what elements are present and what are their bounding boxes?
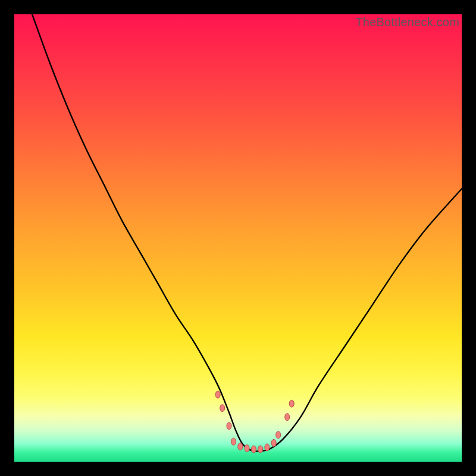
- chart-svg: [14, 14, 462, 462]
- marker-left-low: [227, 422, 231, 430]
- marker-bottom-5: [258, 446, 263, 453]
- marker-bottom-3: [245, 444, 249, 452]
- chart-frame: TheBottleneck.com: [0, 0, 476, 476]
- watermark-label: TheBottleneck.com: [355, 15, 459, 29]
- marker-bottom-2: [238, 443, 243, 450]
- marker-left-high: [215, 391, 220, 398]
- marker-bottom-1: [231, 438, 236, 445]
- plot-area: [14, 14, 462, 462]
- marker-bottom-4: [251, 446, 256, 453]
- marker-right-mid: [285, 414, 290, 421]
- marker-right-low: [276, 431, 281, 439]
- marker-bottom-7: [271, 439, 276, 446]
- marker-right-high: [289, 400, 294, 407]
- marker-left-mid: [220, 405, 225, 412]
- curve-main-curve: [32, 14, 462, 451]
- marker-bottom-6: [265, 444, 270, 451]
